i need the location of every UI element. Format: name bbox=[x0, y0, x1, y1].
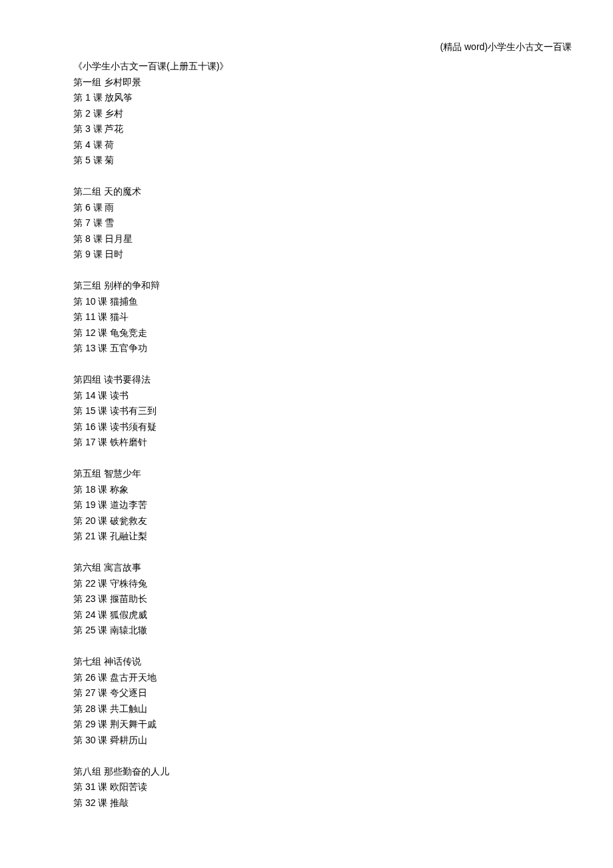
lesson-item: 第 18 课 称象 bbox=[73, 482, 229, 498]
lesson-item: 第 22 课 守株待兔 bbox=[73, 576, 229, 592]
document-content: 《小学生小古文一百课(上册五十课)》 第一组 乡村即景 第 1 课 放风筝 第 … bbox=[73, 59, 229, 811]
lesson-item: 第 6 课 雨 bbox=[73, 200, 229, 216]
lesson-item: 第 26 课 盘古开天地 bbox=[73, 670, 229, 686]
lesson-item: 第 21 课 孔融让梨 bbox=[73, 529, 229, 545]
group-header: 第四组 读书要得法 bbox=[73, 372, 229, 388]
lesson-item: 第 29 课 荆天舞干戚 bbox=[73, 717, 229, 733]
lesson-item: 第 15 课 读书有三到 bbox=[73, 403, 229, 419]
lesson-item: 第 19 课 道边李苦 bbox=[73, 497, 229, 513]
lesson-item: 第 14 课 读书 bbox=[73, 388, 229, 404]
lesson-item: 第 12 课 龟兔竞走 bbox=[73, 325, 229, 341]
lesson-item: 第 30 课 舜耕历山 bbox=[73, 733, 229, 749]
group-header: 第六组 寓言故事 bbox=[73, 560, 229, 576]
lesson-item: 第 4 课 荷 bbox=[73, 137, 229, 153]
lesson-item: 第 28 课 共工触山 bbox=[73, 701, 229, 717]
lesson-item: 第 27 课 夸父逐日 bbox=[73, 685, 229, 701]
lesson-item: 第 7 课 雪 bbox=[73, 215, 229, 231]
group-header: 第二组 天的魔术 bbox=[73, 184, 229, 200]
group-header: 第八组 那些勤奋的人儿 bbox=[73, 764, 229, 780]
lesson-item: 第 10 课 猫捕鱼 bbox=[73, 294, 229, 310]
lesson-item: 第 1 课 放风筝 bbox=[73, 90, 229, 106]
lesson-item: 第 32 课 推敲 bbox=[73, 795, 229, 811]
document-title: 《小学生小古文一百课(上册五十课)》 bbox=[73, 59, 229, 75]
group-header: 第三组 别样的争和辩 bbox=[73, 278, 229, 294]
lesson-item: 第 23 课 揠苗助长 bbox=[73, 591, 229, 607]
lesson-item: 第 9 课 日时 bbox=[73, 247, 229, 263]
lesson-item: 第 20 课 破瓮救友 bbox=[73, 513, 229, 529]
lesson-item: 第 3 课 芦花 bbox=[73, 121, 229, 137]
lesson-item: 第 24 课 狐假虎威 bbox=[73, 607, 229, 623]
lesson-item: 第 13 课 五官争功 bbox=[73, 341, 229, 357]
group-header: 第七组 神话传说 bbox=[73, 654, 229, 670]
group-header: 第五组 智慧少年 bbox=[73, 466, 229, 482]
group-header: 第一组 乡村即景 bbox=[73, 75, 229, 91]
lesson-item: 第 25 课 南辕北辙 bbox=[73, 623, 229, 639]
lesson-item: 第 17 课 铁杵磨针 bbox=[73, 435, 229, 451]
lesson-item: 第 2 课 乡村 bbox=[73, 106, 229, 122]
lesson-item: 第 8 课 日月星 bbox=[73, 231, 229, 247]
lesson-item: 第 31 课 欧阳苦读 bbox=[73, 779, 229, 795]
lesson-item: 第 5 课 菊 bbox=[73, 153, 229, 169]
lesson-item: 第 11 课 猫斗 bbox=[73, 309, 229, 325]
lesson-item: 第 16 课 读书须有疑 bbox=[73, 419, 229, 435]
page-header: (精品 word)小学生小古文一百课 bbox=[440, 41, 572, 53]
